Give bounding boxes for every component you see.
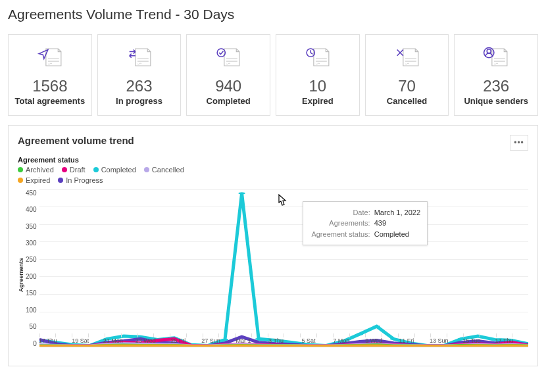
x-tick	[186, 333, 203, 337]
kpi-card-check[interactable]: 940 Completed	[186, 34, 270, 116]
kpi-label: Unique senders	[464, 96, 528, 107]
chart-area: Agreements 450400350300250200150100500 1…	[18, 189, 528, 360]
legend-title: Agreement status	[18, 156, 528, 164]
x-tick: 17 Thu	[39, 333, 56, 337]
line-series	[39, 189, 528, 347]
kpi-label: Cancelled	[387, 96, 427, 107]
x-tick	[382, 333, 398, 337]
x-tick: 25 Fri	[170, 333, 186, 337]
plot-area[interactable]: 17 Thu19 Sat21 Mon23 Wed25 Fri27 SunMar …	[39, 189, 528, 347]
chart-more-button[interactable]: •••	[510, 135, 528, 151]
legend-item[interactable]: Archived	[18, 166, 54, 174]
legend-label: Cancelled	[152, 166, 184, 174]
legend-item[interactable]: In Progress	[58, 176, 103, 184]
x-tick: 3 Thu	[268, 333, 284, 337]
y-axis-label: Agreements	[18, 258, 24, 292]
legend-dot-icon	[144, 167, 149, 172]
x-tick	[55, 333, 72, 337]
x-tick: 23 Wed	[137, 333, 153, 337]
y-tick: 0	[26, 340, 37, 347]
x-tick	[284, 333, 300, 337]
x-tick	[316, 333, 333, 337]
x-tick: 21 Mon	[105, 333, 121, 337]
svg-point-36	[373, 325, 380, 327]
x-tick	[121, 333, 137, 337]
kpi-card-user[interactable]: 236 Unique senders	[454, 34, 538, 116]
legend-dot-icon	[58, 178, 63, 183]
x-ticks: 17 Thu19 Sat21 Mon23 Wed25 Fri27 SunMar …	[39, 333, 528, 347]
kpi-label: Expired	[302, 96, 334, 107]
x-tick: 19 Sat	[72, 333, 88, 337]
x-tick: 11 Fri	[398, 333, 414, 337]
kpi-value: 236	[483, 77, 509, 96]
kpi-value: 1568	[32, 77, 67, 96]
x-tick	[349, 333, 366, 337]
y-tick: 300	[26, 239, 37, 247]
x-tick: 7 Mon	[333, 333, 349, 337]
x-tick	[414, 333, 431, 337]
kpi-label: Total agreements	[14, 96, 85, 107]
user-icon	[481, 44, 511, 73]
legend-item[interactable]: Expired	[18, 176, 50, 184]
kpi-label: Completed	[207, 96, 251, 107]
x-icon	[392, 44, 422, 73]
chart-tooltip: Date:March 1, 2022 Agreements:439 Agreem…	[303, 201, 428, 246]
legend: Agreement status ArchivedDraftCompletedC…	[18, 156, 528, 184]
y-tick: 450	[26, 189, 37, 197]
kpi-card-x[interactable]: 70 Cancelled	[365, 34, 449, 116]
x-tick: 15 Tue	[463, 333, 480, 337]
x-tick: Mar 1	[235, 333, 251, 337]
legend-dot-icon	[93, 167, 99, 172]
kpi-card-clock[interactable]: 10 Expired	[276, 34, 360, 116]
kpi-card-send[interactable]: 1568 Total agreements	[8, 34, 92, 116]
y-tick: 200	[26, 273, 37, 280]
y-tick: 400	[26, 206, 37, 213]
send-icon	[35, 44, 65, 73]
x-tick	[218, 333, 235, 337]
y-tick: 350	[26, 223, 37, 230]
svg-point-14	[487, 49, 491, 53]
x-tick	[480, 333, 496, 337]
y-ticks: 450400350300250200150100500	[26, 189, 39, 360]
kpi-card-progress[interactable]: 263 In progress	[97, 34, 182, 116]
kpi-value: 10	[309, 77, 327, 96]
x-tick: 27 Sun	[203, 333, 219, 337]
x-tick	[153, 333, 170, 337]
x-tick: 17 Thu	[496, 333, 512, 337]
check-icon	[213, 44, 243, 73]
legend-item[interactable]: Cancelled	[144, 166, 184, 174]
y-tick: 50	[26, 323, 37, 330]
legend-label: Expired	[26, 176, 50, 184]
legend-label: Completed	[101, 166, 136, 174]
chart-title: Agreement volume trend	[18, 135, 134, 146]
y-tick: 150	[26, 289, 37, 297]
legend-item[interactable]: Draft	[62, 166, 86, 174]
y-tick: 100	[26, 306, 37, 314]
clock-icon	[303, 44, 333, 73]
y-tick: 250	[26, 256, 37, 263]
x-tick: 13 Sun	[430, 333, 447, 337]
legend-label: In Progress	[66, 176, 103, 184]
kpi-value: 263	[126, 77, 152, 96]
kpi-label: In progress	[116, 96, 162, 107]
x-tick	[447, 333, 463, 337]
legend-dot-icon	[18, 178, 23, 183]
page-title: Agreements Volume Trend - 30 Days	[8, 7, 538, 22]
legend-label: Draft	[70, 166, 86, 174]
progress-icon	[124, 44, 155, 73]
legend-items: ArchivedDraftCompletedCancelledExpiredIn…	[18, 166, 202, 184]
x-tick	[251, 333, 268, 337]
x-tick	[88, 333, 105, 337]
svg-point-28	[238, 192, 245, 194]
legend-dot-icon	[18, 167, 23, 172]
kpi-row: 1568 Total agreements 263 In progress 94…	[8, 34, 538, 116]
chart-panel: Agreement volume trend ••• Agreement sta…	[8, 125, 538, 366]
legend-label: Archived	[26, 166, 54, 174]
legend-item[interactable]: Completed	[93, 166, 136, 174]
legend-dot-icon	[62, 167, 67, 172]
x-tick: 9 Wed	[365, 333, 382, 337]
x-tick: 5 Sat	[300, 333, 316, 337]
x-tick	[512, 333, 528, 337]
kpi-value: 70	[398, 77, 416, 96]
kpi-value: 940	[215, 77, 241, 96]
